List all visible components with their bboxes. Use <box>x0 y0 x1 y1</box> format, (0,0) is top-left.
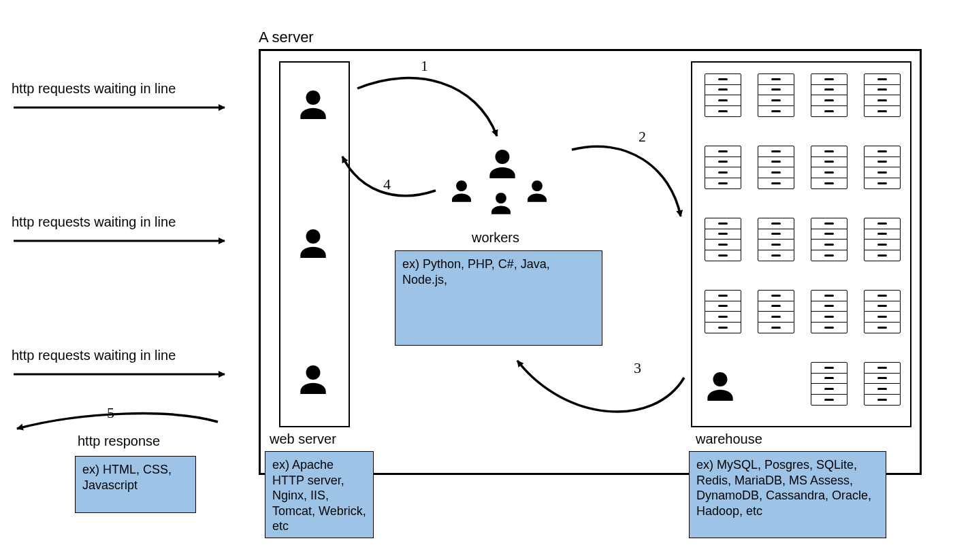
cabinet-icon <box>864 362 901 406</box>
cabinet-icon <box>811 146 847 189</box>
cabinet-icon <box>811 290 847 333</box>
user-icon <box>294 361 332 399</box>
cabinet-icon <box>864 146 901 189</box>
flow-number-2: 2 <box>639 128 646 146</box>
flow-number-3: 3 <box>634 359 641 377</box>
cabinet-icon <box>811 218 847 261</box>
user-icon <box>294 225 332 263</box>
cabinet-icon <box>811 362 847 406</box>
user-icon <box>701 367 739 406</box>
cabinet-icon <box>864 73 901 117</box>
user-icon <box>483 145 521 183</box>
http-request-label-3: http requests waiting in line <box>12 348 176 363</box>
cabinet-icon <box>758 146 794 189</box>
cabinet-icon <box>758 73 794 117</box>
user-icon <box>487 189 515 218</box>
workers-label: workers <box>472 230 519 246</box>
flow-number-4: 4 <box>383 176 391 193</box>
flow-number-1: 1 <box>421 57 428 75</box>
cabinet-icon <box>864 290 901 333</box>
cabinet-icon <box>705 218 741 261</box>
cabinet-icon <box>705 290 741 333</box>
web-server-examples-box: ex) Apache HTTP server, Nginx, IIS, Tomc… <box>265 451 374 538</box>
cabinet-icon <box>758 290 794 333</box>
cabinet-icon <box>811 73 847 117</box>
http-request-label-1: http requests waiting in line <box>12 81 176 97</box>
http-request-label-2: http requests waiting in line <box>12 214 176 230</box>
user-icon <box>523 177 551 205</box>
http-response-label: http response <box>78 433 160 449</box>
workers-examples-box: ex) Python, PHP, C#, Java, Node.js, <box>395 250 602 346</box>
cabinet-icon <box>705 73 741 117</box>
flow-number-5: 5 <box>107 404 114 422</box>
server-title: A server <box>259 29 314 46</box>
user-icon <box>294 86 332 124</box>
http-response-examples-box: ex) HTML, CSS, Javascript <box>75 456 196 513</box>
web-server-label: web server <box>270 431 336 447</box>
cabinet-icon <box>705 146 741 189</box>
cabinet-icon <box>864 218 901 261</box>
user-icon <box>447 177 476 205</box>
warehouse-examples-box: ex) MySQL, Posgres, SQLite, Redis, Maria… <box>689 451 886 538</box>
warehouse-label: warehouse <box>696 431 762 447</box>
cabinet-icon <box>758 218 794 261</box>
